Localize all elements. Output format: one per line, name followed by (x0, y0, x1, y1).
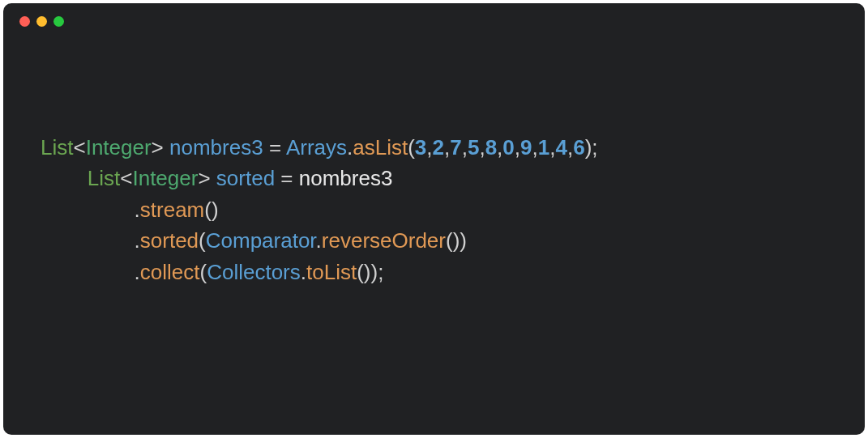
number-literal: 2 (433, 135, 444, 159)
class-name: Collectors (207, 260, 301, 284)
dot: . (135, 260, 140, 284)
semicolon: ; (378, 260, 383, 284)
angle-bracket: > (152, 135, 164, 159)
class-name: Arrays (286, 135, 347, 159)
method-name: asList (353, 135, 408, 159)
type-keyword: List (88, 166, 120, 190)
method-name: toList (306, 260, 357, 284)
dot: . (316, 228, 322, 253)
comma: , (532, 135, 538, 159)
code-line-3: .stream() (41, 198, 219, 222)
close-icon[interactable] (19, 16, 30, 27)
paren: ( (408, 135, 415, 159)
paren: ) (212, 198, 219, 222)
dot: . (135, 198, 140, 222)
class-name: Comparator (206, 228, 316, 253)
code-line-2: List<Integer> sorted = nombres3 (41, 166, 392, 190)
angle-bracket: < (120, 166, 132, 190)
operator: = (269, 135, 281, 159)
semicolon: ; (592, 135, 597, 159)
paren: ( (446, 228, 453, 253)
variable-ref: nombres3 (299, 166, 393, 190)
number-literal: 5 (468, 135, 479, 159)
paren: ( (357, 260, 364, 284)
code-window: List<Integer> nombres3 = Arrays.asList(3… (3, 3, 865, 435)
comma: , (515, 135, 520, 159)
dot: . (135, 228, 140, 253)
paren: ) (460, 228, 467, 253)
angle-bracket: < (73, 135, 85, 159)
number-literal: 3 (415, 135, 426, 159)
method-name: collect (140, 260, 200, 284)
type-keyword: Integer (86, 135, 152, 159)
number-literal: 0 (502, 135, 514, 159)
type-keyword: Integer (132, 166, 198, 190)
number-literal: 4 (555, 135, 567, 159)
number-literal: 1 (538, 135, 549, 159)
operator: = (280, 166, 293, 190)
minimize-icon[interactable] (36, 16, 47, 27)
comma: , (462, 135, 468, 159)
paren: ) (364, 260, 371, 284)
variable: nombres3 (169, 135, 263, 159)
number-literal: 8 (485, 135, 497, 159)
dot: . (301, 260, 306, 284)
comma: , (426, 135, 432, 159)
method-name: stream (140, 198, 204, 222)
paren: ( (200, 260, 207, 284)
titlebar (3, 3, 865, 39)
code-line-1: List<Integer> nombres3 = Arrays.asList(3… (41, 135, 598, 159)
paren: ( (199, 228, 206, 253)
comma: , (479, 135, 485, 159)
number-literal: 7 (450, 135, 461, 159)
paren: ) (371, 260, 378, 284)
type-keyword: List (41, 135, 73, 159)
angle-bracket: > (198, 166, 210, 190)
code-line-4: .sorted(Comparator.reverseOrder()) (41, 228, 467, 253)
maximize-icon[interactable] (53, 16, 64, 27)
method-name: sorted (140, 228, 199, 253)
code-editor: List<Integer> nombres3 = Arrays.asList(3… (3, 39, 865, 287)
code-line-5: .collect(Collectors.toList()); (41, 260, 383, 284)
number-literal: 6 (573, 135, 584, 159)
method-name: reverseOrder (322, 228, 446, 253)
number-literal: 9 (520, 135, 532, 159)
paren: ) (585, 135, 592, 159)
variable: sorted (216, 166, 275, 190)
paren: ( (204, 198, 212, 222)
